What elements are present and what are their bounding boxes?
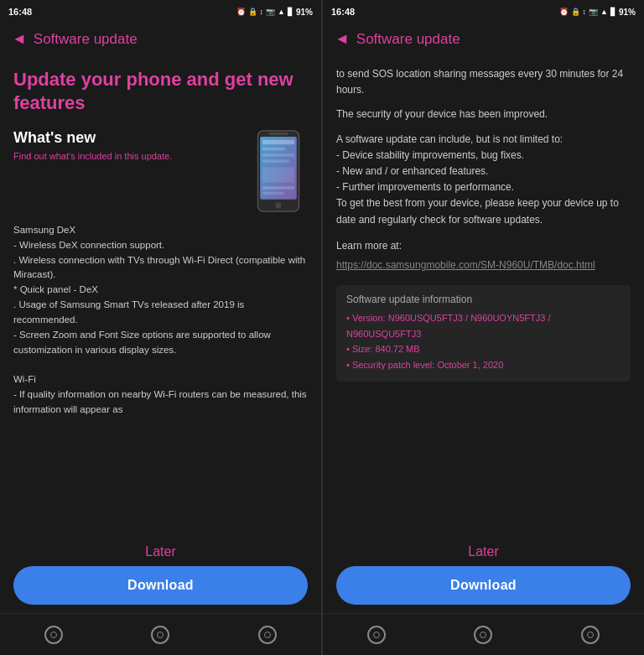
- svg-rect-10: [262, 192, 283, 195]
- link-anchor[interactable]: https://doc.samsungmobile.com/SM-N960U/T…: [336, 259, 595, 271]
- update-info-title: Software update information: [346, 294, 621, 305]
- page-title-left: Software update: [34, 31, 138, 48]
- wifi-icon-r: ▲: [600, 8, 608, 16]
- nav-icon-inner: [264, 632, 271, 638]
- bottom-actions-right: Later Download: [323, 536, 644, 613]
- status-bar-left: 16:48 ⏰ 🔒 ↕ 📷 ▲ ▊ 91%: [0, 0, 321, 23]
- svg-rect-8: [262, 167, 294, 182]
- battery-left: 91%: [296, 8, 313, 17]
- download-button-left[interactable]: Download: [13, 566, 308, 605]
- nav-icon-inner: [50, 632, 57, 638]
- svg-rect-7: [262, 159, 289, 163]
- svg-rect-9: [262, 186, 294, 190]
- right-panel-content: to send SOS location sharing messages ev…: [323, 55, 644, 536]
- screenshot-icon: 📷: [266, 8, 275, 16]
- nav-icon-inner-r: [373, 632, 380, 638]
- svg-rect-6: [262, 153, 294, 157]
- nav-icon-inner-r3: [587, 632, 594, 638]
- status-time-left: 16:48: [8, 7, 32, 17]
- nav-icon-inner: [157, 632, 164, 638]
- svg-rect-4: [262, 140, 294, 144]
- version-label: • Version: N960USQU5FTJ3 / N960UOYN5FTJ3…: [346, 310, 621, 341]
- body-text-3: A software update can include, but is no…: [336, 132, 631, 228]
- whats-new-section: What's new Find out what's included in t…: [13, 129, 308, 213]
- nav-bar-right: [323, 613, 644, 655]
- signal-icon-r: ▊: [610, 8, 616, 16]
- panel-content-left: Update your phone and get new features W…: [0, 55, 321, 536]
- svg-rect-5: [262, 148, 285, 151]
- bottom-actions-left: Later Download: [0, 536, 321, 613]
- whats-new-heading: What's new: [13, 129, 242, 147]
- nav-icon-inner-r2: [480, 632, 486, 638]
- nav-home-right[interactable]: [474, 626, 492, 644]
- update-heading: Update your phone and get new features: [13, 68, 308, 114]
- status-icons-left: ⏰ 🔒 ↕ 📷 ▲ ▊ 91%: [236, 8, 313, 17]
- body-text-1: to send SOS location sharing messages ev…: [336, 66, 631, 98]
- update-info-box: Software update information • Version: N…: [336, 285, 631, 382]
- top-bar-right: ◄ Software update: [323, 23, 644, 55]
- svg-point-3: [275, 202, 281, 208]
- nav-back-right[interactable]: [367, 626, 386, 644]
- link-text[interactable]: https://doc.samsungmobile.com/SM-N960U/T…: [336, 257, 631, 273]
- sync-icon-r: ↕: [583, 8, 587, 16]
- screenshot-icon-r: 📷: [589, 8, 598, 16]
- top-bar-left: ◄ Software update: [0, 23, 321, 55]
- status-time-right: 16:48: [331, 7, 355, 17]
- lock-icon: 🔒: [248, 8, 257, 16]
- status-icons-right: ⏰ 🔒 ↕ 📷 ▲ ▊ 91%: [559, 8, 636, 17]
- svg-rect-2: [268, 133, 288, 136]
- battery-right: 91%: [619, 8, 636, 17]
- download-button-right[interactable]: Download: [336, 566, 631, 605]
- nav-home-left[interactable]: [151, 626, 169, 644]
- wifi-icon: ▲: [278, 8, 285, 16]
- scroll-area-left: Update your phone and get new features W…: [0, 55, 321, 536]
- page-title-right: Software update: [356, 31, 460, 48]
- phone-illustration: [249, 129, 308, 213]
- security-label: • Security patch level: October 1, 2020: [346, 357, 621, 373]
- right-phone-panel: 16:48 ⏰ 🔒 ↕ 📷 ▲ ▊ 91% ◄ Software update …: [322, 0, 644, 655]
- status-bar-right: 16:48 ⏰ 🔒 ↕ 📷 ▲ ▊ 91%: [323, 0, 644, 23]
- alarm-icon: ⏰: [236, 8, 246, 16]
- body-text-left: Samsung DeX - Wireless DeX connection su…: [13, 223, 308, 418]
- later-button-left[interactable]: Later: [145, 544, 175, 559]
- nav-recents-right[interactable]: [581, 626, 600, 644]
- whats-new-sub: Find out what's included in this update.: [13, 150, 242, 162]
- later-button-right[interactable]: Later: [468, 544, 498, 559]
- body-text-2: The security of your device has been imp…: [336, 107, 631, 122]
- scroll-area-right: to send SOS location sharing messages ev…: [323, 55, 644, 536]
- nav-back-left[interactable]: [44, 626, 63, 644]
- learn-more-label: Learn more at:: [336, 238, 631, 254]
- nav-bar-left: [0, 613, 321, 655]
- size-label: • Size: 840.72 MB: [346, 341, 621, 357]
- signal-icon: ▊: [288, 8, 293, 16]
- lock-icon-r: 🔒: [571, 8, 580, 16]
- whats-new-text: What's new Find out what's included in t…: [13, 129, 242, 162]
- info-section: to send SOS location sharing messages ev…: [336, 66, 631, 273]
- back-arrow-left[interactable]: ◄: [12, 30, 27, 48]
- alarm-icon-r: ⏰: [559, 8, 569, 16]
- back-arrow-right[interactable]: ◄: [335, 30, 350, 48]
- nav-recents-left[interactable]: [258, 626, 277, 644]
- left-phone-panel: 16:48 ⏰ 🔒 ↕ 📷 ▲ ▊ 91% ◄ Software update …: [0, 0, 322, 655]
- sync-icon: ↕: [260, 8, 264, 16]
